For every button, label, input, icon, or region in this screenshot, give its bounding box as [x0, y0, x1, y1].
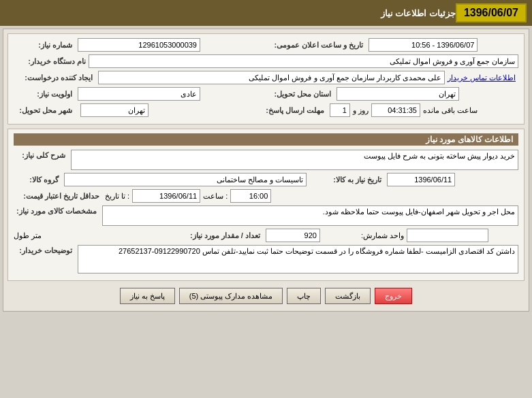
- contact-info-link[interactable]: اطلاعات تماس خریدار: [448, 73, 516, 82]
- creator-label: ایجاد کننده درخواست:: [14, 73, 95, 82]
- need-date-label: تاریخ نیاز به کالا:: [323, 176, 384, 184]
- delivery-label: مشخصات کالای مورد نیاز:: [14, 205, 99, 216]
- deadline-label: حداقل تاریخ اعتبار قیمت:: [14, 192, 102, 201]
- exit-button[interactable]: خروج: [375, 288, 412, 304]
- need-number-label: شماره نیاز:: [14, 41, 75, 50]
- time-remaining-label: ساعت باقی مانده: [423, 106, 478, 115]
- reply-button[interactable]: پاسخ به نیاز: [120, 288, 175, 304]
- province-input[interactable]: [337, 87, 459, 101]
- priority-input[interactable]: [78, 87, 200, 101]
- back-button[interactable]: بازگشت: [325, 288, 371, 304]
- count-input[interactable]: [266, 229, 320, 242]
- print-button[interactable]: چاپ: [287, 288, 321, 304]
- days-input[interactable]: [330, 103, 350, 117]
- length-label: متر طول: [14, 231, 42, 240]
- priority-label: اولویت نیاز:: [14, 90, 75, 99]
- category-input[interactable]: [64, 173, 307, 186]
- unit-input[interactable]: [407, 229, 488, 242]
- city-label: شهر محل تحویل:: [14, 106, 75, 115]
- need-number-input[interactable]: [78, 38, 200, 52]
- description-label: شرح کلی نیاز:: [14, 150, 68, 160]
- buyer-org-label: نام دستگاه خریدار:: [14, 57, 89, 66]
- header-title: جزئیات اطلاعات نیاز: [5, 8, 456, 18]
- deadline-date-input[interactable]: [132, 189, 200, 203]
- count-label: تعداد / مقدار مورد نیاز:: [187, 231, 263, 240]
- creator-input[interactable]: [98, 71, 445, 84]
- deadline-time-input[interactable]: [230, 189, 271, 203]
- buyer-notes-textarea[interactable]: داشتن کد اقتصادی الزامیست -لطفا شماره فر…: [78, 245, 518, 273]
- deadline-time-label: : ساعت: [203, 192, 228, 201]
- datetime-label: تاریخ و ساعت اعلان عمومی:: [272, 41, 366, 50]
- description-textarea[interactable]: خرید دیوار پیش ساخته بتونی به شرح فایل پ…: [71, 150, 518, 170]
- category-label: گروه کالا:: [14, 176, 61, 184]
- datetime-input[interactable]: [369, 38, 478, 52]
- days-label: روز و: [353, 106, 369, 115]
- province-label: استان محل تحویل:: [272, 90, 334, 99]
- reply-deadline-label: مهلت ارسال پاسخ:: [252, 106, 327, 115]
- deadline-date-label: : تا تاریخ: [105, 192, 129, 201]
- goods-section-title: اطلاعات کالاهای مورد نیاز: [14, 133, 518, 146]
- time-remaining-input[interactable]: [371, 103, 420, 117]
- buyer-notes-label: توضیحات خریدار:: [14, 245, 75, 255]
- view-docs-button[interactable]: مشاهده مدارک پیوستی (5): [179, 288, 283, 304]
- unit-label: واحد شمارش:: [361, 231, 404, 240]
- city-input[interactable]: [80, 103, 148, 117]
- header-date: 1396/06/07: [456, 3, 527, 22]
- delivery-textarea[interactable]: محل اجر و تحویل شهر اصفهان-فایل پیوست حت…: [102, 205, 518, 226]
- buyer-org-input[interactable]: [89, 54, 518, 68]
- need-date-input[interactable]: [387, 173, 455, 186]
